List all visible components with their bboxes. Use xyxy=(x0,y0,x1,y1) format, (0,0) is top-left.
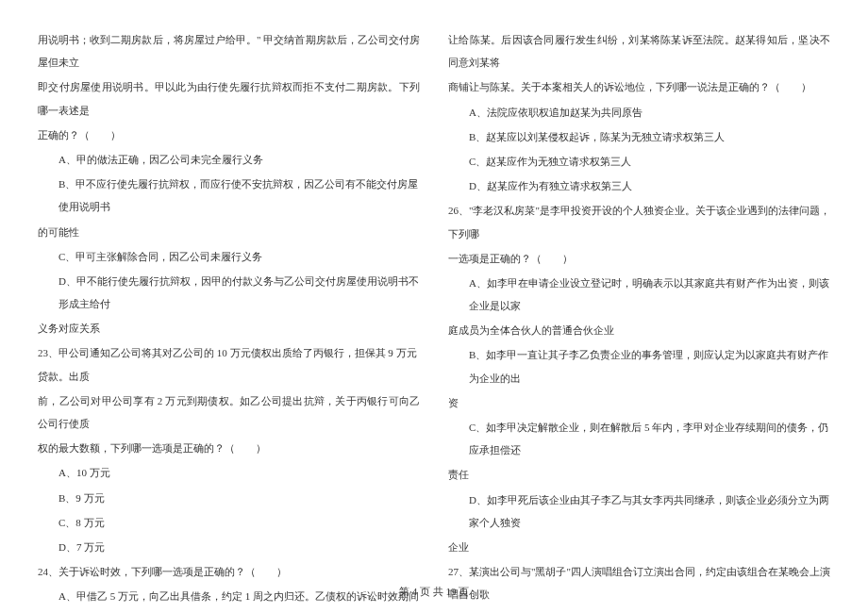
q23-line1: 23、甲公司通知乙公司将其对乙公司的 10 万元债权出质给了丙银行，担保其 9 … xyxy=(38,341,420,387)
q27-line1: 27、某演出公司与"黑胡子"四人演唱组合订立演出合同，约定由该组合在某晚会上演唱… xyxy=(448,560,830,605)
two-column-layout: 用说明书；收到二期房款后，将房屋过户给甲。" 甲交纳首期房款后，乙公司交付房屋但… xyxy=(38,28,830,575)
q23-option-a: A、10 万元 xyxy=(38,461,420,484)
q26-option-a-line2: 庭成员为全体合伙人的普通合伙企业 xyxy=(448,319,830,341)
q25-option-a: A、法院应依职权追加赵某为共同原告 xyxy=(448,101,830,124)
page-footer: 第 4 页 共 19 页 xyxy=(0,585,868,599)
q25-cont-line1: 让给陈某。后因该合同履行发生纠纷，刘某将陈某诉至法院。赵某得知后，坚决不同意刘某… xyxy=(448,28,830,74)
q23-option-b: B、9 万元 xyxy=(38,487,420,509)
q25-option-d: D、赵某应作为有独立请求权第三人 xyxy=(448,174,830,197)
q23-line2: 前，乙公司对甲公司享有 2 万元到期债权。如乙公司提出抗辩，关于丙银行可向乙公司… xyxy=(38,389,420,435)
q22-option-b-line2: 的可能性 xyxy=(38,221,420,243)
q26-option-d-line1: D、如李甲死后该企业由其子李乙与其女李丙共同继承，则该企业必须分立为两家个人独资 xyxy=(448,489,830,534)
q22-option-c: C、甲可主张解除合同，因乙公司未履行义务 xyxy=(38,245,420,268)
q26-option-b-line1: B、如李甲一直让其子李乙负责企业的事务管理，则应认定为以家庭共有财产作为企业的出 xyxy=(448,343,830,389)
q23-line3: 权的最大数额，下列哪一选项是正确的？（ ） xyxy=(38,437,420,459)
q26-option-d-line2: 企业 xyxy=(448,536,830,558)
left-column: 用说明书；收到二期房款后，将房屋过户给甲。" 甲交纳首期房款后，乙公司交付房屋但… xyxy=(38,28,420,575)
q22-option-d-line1: D、甲不能行使先履行抗辩权，因甲的付款义务与乙公司交付房屋使用说明书不形成主给付 xyxy=(38,270,420,315)
q26-option-b-line2: 资 xyxy=(448,391,830,414)
q25-option-c: C、赵某应作为无独立请求权第三人 xyxy=(448,150,830,173)
q22-option-a: A、甲的做法正确，因乙公司未完全履行义务 xyxy=(38,148,420,171)
q22-intro-line2: 即交付房屋使用说明书。甲以此为由行使先履行抗辩权而拒不支付二期房款。下列哪一表述… xyxy=(38,75,420,121)
q26-option-a-line1: A、如李甲在申请企业设立登记时，明确表示以其家庭共有财产作为出资，则该企业是以家 xyxy=(448,272,830,317)
q24: 24、关于诉讼时效，下列哪一选项是正确的？（ ） xyxy=(38,560,420,583)
q26-option-c-line2: 责任 xyxy=(448,463,830,486)
q23-option-d: D、7 万元 xyxy=(38,536,420,558)
q25-option-b: B、赵某应以刘某侵权起诉，陈某为无独立请求权第三人 xyxy=(448,125,830,148)
q22-intro-line3: 正确的？（ ） xyxy=(38,124,420,146)
q22-option-d-line2: 义务对应关系 xyxy=(38,317,420,340)
q26-line1: 26、"李老汉私房菜"是李甲投资开设的个人独资企业。关于该企业遇到的法律问题，下… xyxy=(448,199,830,244)
q26-option-c-line1: C、如李甲决定解散企业，则在解散后 5 年内，李甲对企业存续期间的债务，仍应承担… xyxy=(448,416,830,461)
q22-intro-line1: 用说明书；收到二期房款后，将房屋过户给甲。" 甲交纳首期房款后，乙公司交付房屋但… xyxy=(38,28,420,74)
right-column: 让给陈某。后因该合同履行发生纠纷，刘某将陈某诉至法院。赵某得知后，坚决不同意刘某… xyxy=(448,28,830,575)
q27-line2: 曲 2～3 首，每首酬金 2 万元。由此成立的债的关系属何种类型？（ ） xyxy=(448,608,830,614)
q22-option-b-line1: B、甲不应行使先履行抗辩权，而应行使不安抗辩权，因乙公司有不能交付房屋使用说明书 xyxy=(38,173,420,218)
q26-line2: 一选项是正确的？（ ） xyxy=(448,247,830,270)
q25-cont-line2: 商铺让与陈某。关于本案相关人的诉讼地位，下列哪一说法是正确的？（ ） xyxy=(448,75,830,98)
q23-option-c: C、8 万元 xyxy=(38,511,420,534)
